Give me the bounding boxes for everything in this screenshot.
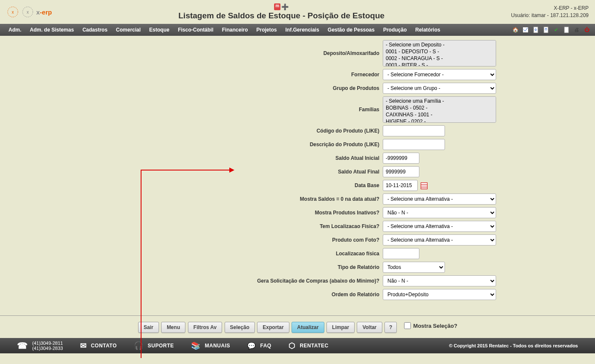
page-title: Listagem de Saldos de Estoque - Posição …: [179, 11, 385, 20]
tem-localizacao-label: Tem Localizacao Fisica?: [97, 223, 383, 229]
mostra-inativos-label: Mostra Produtos Inativos?: [97, 210, 383, 216]
footer-contato[interactable]: ✉ CONTATO: [80, 341, 117, 350]
descricao-label: Descrição do Produto (LIKE): [97, 142, 383, 147]
phone1: (41)3049-2811: [32, 341, 63, 346]
descricao-input[interactable]: [383, 139, 445, 150]
saldo-inicial-label: Saldo Atual Inicial: [97, 155, 383, 161]
headset-icon: 🎧: [134, 341, 144, 350]
cube-icon: ⬡: [289, 341, 296, 350]
produto-foto-label: Produto com Foto?: [97, 237, 383, 243]
saldo-final-label: Saldo Atual Final: [97, 169, 383, 175]
annotation-arrowhead: [229, 168, 234, 173]
familias-select[interactable]: - Selecione uma Família - BOBINAS - 0502…: [383, 96, 496, 123]
menu-projetos[interactable]: Projetos: [252, 24, 281, 35]
header-center: m ➕ Listagem de Saldos de Estoque - Posi…: [179, 3, 385, 20]
footer-rentatec[interactable]: ⬡ RENTATEC: [289, 341, 329, 350]
mostra-saldos-label: Mostra Saldos = 0 na data atual?: [97, 196, 383, 202]
annotation-arrow-vertical: [141, 170, 142, 353]
gera-solic-select[interactable]: Não - N -: [383, 275, 496, 286]
produto-foto-select[interactable]: - Selecione uma Alternativa -: [383, 234, 496, 246]
data-base-input[interactable]: [383, 180, 418, 191]
fornecedor-label: Fornecedor: [97, 72, 383, 78]
app-header: x x x-erp m ➕ Listagem de Saldos de Esto…: [0, 0, 595, 24]
mostra-inativos-select[interactable]: Não - N -: [383, 207, 496, 218]
check-icon[interactable]: ✔: [552, 26, 560, 34]
tipo-relatorio-select[interactable]: Todos: [383, 262, 445, 273]
menu-comercial[interactable]: Comercial: [112, 24, 145, 35]
annotation-arrow-horizontal: [141, 170, 230, 170]
tipo-relatorio-label: Tipo de Relatório: [97, 264, 383, 270]
atualizar-button[interactable]: Atualizar: [292, 322, 324, 333]
menu-estoque[interactable]: Estoque: [145, 24, 173, 35]
svg-text:x: x: [12, 10, 14, 14]
logo-text: x-erp: [36, 9, 52, 16]
toolbar-icons: 🏠 ✔ 🖨 ⏻: [511, 26, 591, 34]
menu-producao[interactable]: Produção: [379, 24, 411, 35]
exportar-button[interactable]: Exportar: [257, 322, 289, 333]
ordem-select[interactable]: Produto+Depósito: [383, 289, 496, 300]
tem-localizacao-select[interactable]: - Selecione uma Alternativa -: [383, 221, 496, 232]
mostra-selecao-checkbox[interactable]: [404, 322, 411, 329]
selecao-button[interactable]: Seleção: [225, 322, 255, 333]
action-bar: Sair Menu Filtros Av Seleção Exportar At…: [0, 316, 595, 338]
logo-area: x x x-erp: [6, 6, 52, 18]
localizacao-fisica-input[interactable]: [383, 248, 419, 259]
calendar-icon[interactable]: [421, 182, 427, 189]
power-icon[interactable]: ⏻: [583, 26, 591, 34]
menu-financeiro[interactable]: Financeiro: [218, 24, 252, 35]
localizacao-fisica-label: Localizacao física: [97, 251, 383, 257]
menu-items: Adm. Adm. de Sistemas Cadastros Comercia…: [4, 24, 511, 35]
footer-phones: ☎ (41)3049-2811 (41)3049-2833: [17, 341, 63, 351]
add-icon[interactable]: ➕: [281, 3, 289, 10]
ordem-label: Ordem do Relatório: [97, 292, 383, 298]
print-icon[interactable]: 🖨: [573, 26, 581, 34]
grupo-select[interactable]: - Selecione um Grupo -: [383, 83, 496, 94]
codigo-label: Código do Produto (LIKE): [97, 128, 383, 134]
shortcut-icon[interactable]: m: [274, 3, 280, 10]
book-icon: 📚: [191, 341, 201, 350]
codigo-input[interactable]: [383, 125, 445, 136]
filtros-button[interactable]: Filtros Av: [188, 322, 222, 333]
logo-icon-right: x: [21, 6, 34, 18]
footer-faq[interactable]: 💬 FAQ: [247, 342, 272, 350]
deposito-label: Deposito/Almoxarifado: [97, 50, 383, 56]
menu-relatorios[interactable]: Relatórios: [411, 24, 445, 35]
svg-rect-7: [564, 27, 569, 33]
deposito-select[interactable]: - Selecione um Deposito - 0001 - DEPOSIT…: [383, 40, 496, 66]
doc-up-icon[interactable]: [542, 26, 550, 34]
svg-text:x: x: [27, 10, 29, 14]
grupo-label: Grupo de Produtos: [97, 85, 383, 91]
phone2: (41)3049-2833: [32, 346, 63, 351]
faq-icon: 💬: [247, 342, 256, 350]
phone-icon: ☎: [17, 341, 28, 351]
help-button[interactable]: ?: [384, 322, 397, 333]
menu-fisco[interactable]: Fisco-Contábil: [173, 24, 217, 35]
voltar-button[interactable]: Voltar: [357, 322, 382, 333]
note-icon[interactable]: [522, 26, 529, 34]
saldo-inicial-input[interactable]: [383, 153, 419, 164]
mostra-saldos-select[interactable]: - Selecione uma Alternativa -: [383, 194, 496, 205]
familias-label: Famílias: [97, 107, 383, 113]
menu-button[interactable]: Menu: [161, 322, 185, 333]
logo-icon-left: x: [6, 6, 19, 18]
doc-arrow-icon[interactable]: [532, 26, 540, 34]
mail-icon: ✉: [80, 341, 87, 350]
footer-manuais[interactable]: 📚 MANUAIS: [191, 341, 230, 350]
limpar-button[interactable]: Limpar: [326, 322, 355, 333]
mostra-selecao-label: Mostra Seleção?: [413, 323, 457, 329]
fornecedor-select[interactable]: - Selecione Fornecedor -: [383, 69, 496, 80]
filter-form: Deposito/Almoxarifado - Selecione um Dep…: [97, 36, 498, 311]
menu-adm-sistemas[interactable]: Adm. de Sistemas: [26, 24, 78, 35]
home-icon[interactable]: 🏠: [511, 26, 519, 34]
saldo-final-input[interactable]: [383, 166, 419, 177]
menu-adm[interactable]: Adm.: [4, 24, 26, 35]
menu-cadastros[interactable]: Cadastros: [78, 24, 112, 35]
data-base-label: Data Base: [97, 182, 383, 188]
footer: ☎ (41)3049-2811 (41)3049-2833 ✉ CONTATO …: [0, 338, 595, 353]
footer-suporte[interactable]: 🎧 SUPORTE: [134, 341, 174, 350]
menu-gerenciais[interactable]: Inf.Gerenciais: [281, 24, 323, 35]
main-menubar: Adm. Adm. de Sistemas Cadastros Comercia…: [0, 24, 595, 36]
doc-icon[interactable]: [563, 26, 570, 34]
user-info: X-ERP - x-ERP Usuário: itamar - 187.121.…: [511, 5, 589, 19]
menu-gestao-pessoas[interactable]: Gestão de Pessoas: [323, 24, 379, 35]
